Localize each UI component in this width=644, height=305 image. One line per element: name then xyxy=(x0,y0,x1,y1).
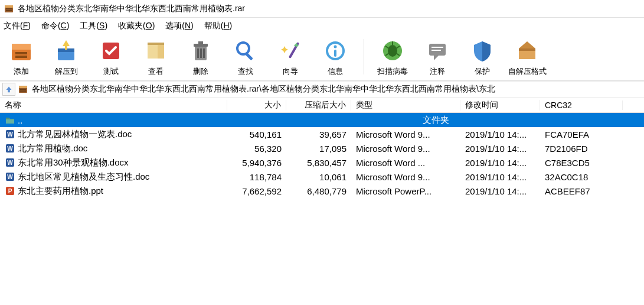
menu-item[interactable]: 帮助(H) xyxy=(204,21,232,31)
toolbar-label: 查找 xyxy=(238,66,253,77)
wizard-icon xyxy=(276,37,305,65)
up-button[interactable] xyxy=(2,83,15,96)
word-icon xyxy=(5,157,15,168)
toolbar-label: 扫描病毒 xyxy=(377,66,408,77)
path-rar-icon xyxy=(18,84,28,95)
toolbar-label: 测试 xyxy=(103,66,119,77)
file-row[interactable]: 东北主要药用植物.ppt7,662,5926,480,779Microsoft … xyxy=(0,184,644,198)
file-crc: FCA70EFA xyxy=(540,129,623,139)
file-row[interactable]: 东北地区常见植物及生态习性.doc118,78410,061Microsoft … xyxy=(0,170,644,184)
path-text[interactable]: 各地区植物分类东北华南华中华北华东西北西南常用植物表.rar\各地区植物分类东北… xyxy=(32,84,642,95)
file-name: 北方常用植物.doc xyxy=(18,143,87,154)
file-row[interactable]: 北方常见园林植物一览表.doc540,16139,657Microsoft Wo… xyxy=(0,127,644,141)
file-type: Microsoft Word ... xyxy=(351,158,460,168)
file-packed: 39,657 xyxy=(286,129,351,139)
comment-button[interactable]: 注释 xyxy=(421,37,454,77)
scan-icon xyxy=(378,37,407,65)
find-icon xyxy=(231,37,260,65)
parent-type: 文件夹 xyxy=(227,115,644,126)
parent-name: .. xyxy=(18,115,22,125)
toolbar-label: 信息 xyxy=(328,66,343,77)
file-name: 东北常用30种景观植物.docx xyxy=(18,157,129,168)
file-type: Microsoft PowerP... xyxy=(351,186,460,196)
test-icon xyxy=(97,37,125,65)
extract-button[interactable]: 解压到 xyxy=(50,37,83,77)
test-button[interactable]: 测试 xyxy=(94,37,128,77)
file-crc: 7D2106FD xyxy=(540,144,623,154)
col-header-modified[interactable]: 修改时间 xyxy=(460,100,540,111)
parent-folder-row[interactable]: ..文件夹 xyxy=(0,113,644,127)
sfx-icon xyxy=(513,37,541,65)
file-name: 东北主要药用植物.ppt xyxy=(18,186,103,197)
find-button[interactable]: 查找 xyxy=(229,37,262,77)
folder-icon xyxy=(5,115,15,125)
file-modified: 2019/1/10 14:... xyxy=(460,144,540,154)
column-headers: 名称 大小 压缩后大小 类型 修改时间 CRC32 xyxy=(0,98,644,113)
up-arrow-icon xyxy=(4,85,14,94)
file-packed: 6,480,779 xyxy=(286,186,351,196)
protect-icon xyxy=(468,37,496,65)
menu-item[interactable]: 工具(S) xyxy=(80,21,107,31)
titlebar: 各地区植物分类东北华南华中华北华东西北西南常用植物表.rar xyxy=(0,0,644,18)
view-button[interactable]: 查看 xyxy=(139,37,172,77)
toolbar-label: 添加 xyxy=(14,66,29,77)
file-name: 东北地区常见植物及生态习性.doc xyxy=(18,171,149,183)
file-modified: 2019/1/10 14:... xyxy=(460,172,540,182)
window-title: 各地区植物分类东北华南华中华北华东西北西南常用植物表.rar xyxy=(18,4,245,14)
menubar: 文件(F)命令(C)工具(S)收藏夹(O)选项(N)帮助(H) xyxy=(0,18,644,34)
view-icon xyxy=(142,37,170,65)
add-icon xyxy=(7,37,35,65)
ppt-icon xyxy=(5,186,15,196)
file-size: 7,662,592 xyxy=(227,186,286,196)
toolbar-label: 注释 xyxy=(430,66,445,77)
col-header-type[interactable]: 类型 xyxy=(351,100,460,111)
pathbar: 各地区植物分类东北华南华中华北华东西北西南常用植物表.rar\各地区植物分类东北… xyxy=(0,81,644,98)
file-size: 5,940,376 xyxy=(227,158,286,168)
file-type: Microsoft Word 9... xyxy=(351,129,460,139)
file-packed: 10,061 xyxy=(286,172,351,182)
scan-button[interactable]: 扫描病毒 xyxy=(376,37,409,77)
col-header-name[interactable]: 名称 xyxy=(0,100,227,111)
file-type: Microsoft Word 9... xyxy=(351,172,460,182)
app-rar-icon xyxy=(4,4,14,14)
menu-item[interactable]: 收藏夹(O) xyxy=(118,21,155,31)
col-header-crc[interactable]: CRC32 xyxy=(540,100,623,110)
file-size: 118,784 xyxy=(227,172,286,182)
delete-icon xyxy=(187,37,215,65)
col-header-size[interactable]: 大小 xyxy=(227,100,286,111)
menu-item[interactable]: 选项(N) xyxy=(165,21,193,31)
toolbar-separator xyxy=(364,39,364,74)
extract-icon xyxy=(52,37,80,65)
menu-item[interactable]: 命令(C) xyxy=(41,21,69,31)
word-icon xyxy=(5,143,15,154)
file-packed: 5,830,457 xyxy=(286,158,351,168)
toolbar-label: 删除 xyxy=(193,66,208,77)
toolbar-label: 保护 xyxy=(475,66,490,77)
toolbar-label: 向导 xyxy=(283,66,298,77)
file-type: Microsoft Word 9... xyxy=(351,144,460,154)
word-icon xyxy=(5,171,15,182)
file-crc: C78E3CD5 xyxy=(540,158,623,168)
protect-button[interactable]: 保护 xyxy=(466,37,499,77)
file-row[interactable]: 北方常用植物.doc56,32017,095Microsoft Word 9..… xyxy=(0,141,644,155)
add-button[interactable]: 添加 xyxy=(5,37,38,77)
delete-button[interactable]: 删除 xyxy=(184,37,217,77)
info-button[interactable]: 信息 xyxy=(319,37,352,77)
toolbar-label: 自解压格式 xyxy=(508,66,547,77)
file-crc: 32AC0C18 xyxy=(540,172,623,182)
file-packed: 17,095 xyxy=(286,144,351,154)
toolbar-label: 解压到 xyxy=(55,66,78,77)
file-list[interactable]: ..文件夹北方常见园林植物一览表.doc540,16139,657Microso… xyxy=(0,113,644,305)
file-crc: ACBEEF87 xyxy=(540,186,623,196)
menu-item[interactable]: 文件(F) xyxy=(4,21,31,31)
file-size: 540,161 xyxy=(227,129,286,139)
word-icon xyxy=(5,129,15,139)
file-row[interactable]: 东北常用30种景观植物.docx5,940,3765,830,457Micros… xyxy=(0,155,644,170)
comment-icon xyxy=(423,37,452,65)
file-size: 56,320 xyxy=(227,144,286,154)
sfx-button[interactable]: 自解压格式 xyxy=(511,37,544,77)
wizard-button[interactable]: 向导 xyxy=(274,37,307,77)
col-header-packed[interactable]: 压缩后大小 xyxy=(286,100,351,111)
file-modified: 2019/1/10 14:... xyxy=(460,186,540,196)
file-name: 北方常见园林植物一览表.doc xyxy=(18,129,132,140)
